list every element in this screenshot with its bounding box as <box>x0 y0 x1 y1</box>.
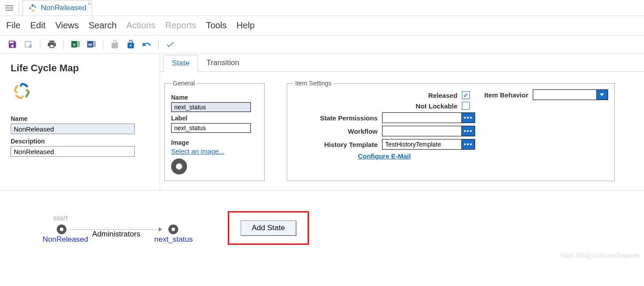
menu-actions[interactable]: Actions <box>126 20 156 31</box>
svg-text:X: X <box>73 43 76 47</box>
workflow-field[interactable] <box>382 126 462 136</box>
lock-open-icon[interactable] <box>125 39 137 50</box>
svg-text:W: W <box>88 43 92 47</box>
gen-image-label: Image <box>171 139 258 146</box>
general-fieldset: General Name Label Image Select an image… <box>164 80 265 181</box>
released-label: Released <box>428 92 457 99</box>
state-node-icon <box>171 158 187 174</box>
history-template-field[interactable] <box>382 139 462 150</box>
not-lockable-label: Not Lockable <box>416 102 457 110</box>
cycle-icon <box>28 4 37 12</box>
description-field[interactable] <box>11 146 135 157</box>
chevron-down-icon <box>596 90 608 100</box>
gen-name-field[interactable] <box>171 102 251 112</box>
menu-views[interactable]: Views <box>55 20 79 31</box>
sub-tabs: State Transition <box>160 54 644 72</box>
state-permissions-field[interactable] <box>382 112 462 123</box>
state-permissions-label: State Permissions <box>320 114 378 122</box>
menu-tools[interactable]: Tools <box>206 20 227 31</box>
state-node-nonreleased[interactable]: NonReleased <box>57 224 66 236</box>
form-area: General Name Label Image Select an image… <box>160 72 644 189</box>
print-icon[interactable] <box>46 39 58 50</box>
left-panel: Life Cycle Map Name Description <box>0 54 160 190</box>
workflow-label: Workflow <box>348 128 378 135</box>
document-tab[interactable]: NonReleased × <box>23 0 92 15</box>
node-label: next_status <box>154 235 193 244</box>
watermark: https://blog.csdn.net/hwytree <box>561 252 640 259</box>
tab-transition[interactable]: Transition <box>198 54 248 71</box>
state-node-next-status[interactable]: next_status <box>168 224 178 236</box>
toolbar: X W <box>0 35 644 54</box>
lifecycle-diagram: start NonReleased Administrators next_st… <box>0 191 644 262</box>
state-permissions-lookup-button[interactable]: ••• <box>462 112 475 123</box>
history-template-lookup-button[interactable]: ••• <box>462 139 475 150</box>
arrow-head-icon <box>159 227 162 232</box>
description-label: Description <box>11 138 149 145</box>
save-icon[interactable] <box>6 39 19 50</box>
delete-icon[interactable] <box>22 39 35 50</box>
menu-bar: File Edit Views Search Actions Reports T… <box>0 16 644 35</box>
main-area: Life Cycle Map Name Description State Tr… <box>0 54 644 191</box>
start-label: start <box>53 214 68 223</box>
general-legend: General <box>171 80 197 87</box>
tab-title: NonReleased <box>41 4 86 12</box>
add-state-button[interactable]: Add State <box>241 220 296 236</box>
gen-name-label: Name <box>171 94 258 101</box>
menu-hamburger-icon[interactable] <box>4 4 15 12</box>
svg-rect-10 <box>93 46 96 47</box>
menu-file[interactable]: File <box>6 20 20 31</box>
history-template-label: History Template <box>324 141 378 148</box>
menu-edit[interactable]: Edit <box>30 20 45 31</box>
excel-icon[interactable]: X <box>69 39 82 50</box>
word-icon[interactable]: W <box>85 39 98 50</box>
svg-rect-4 <box>77 43 80 45</box>
name-label: Name <box>11 115 149 122</box>
svg-rect-3 <box>77 42 80 43</box>
item-behavior-label: Item Behavior <box>484 91 528 99</box>
svg-rect-9 <box>93 43 96 45</box>
toolbar-divider <box>63 39 64 49</box>
toolbar-divider <box>158 39 159 49</box>
not-lockable-checkbox[interactable] <box>462 102 470 110</box>
gen-label-field[interactable] <box>171 123 251 133</box>
gen-label-label: Label <box>171 115 258 122</box>
tab-state[interactable]: State <box>164 55 198 72</box>
done-icon[interactable] <box>164 39 176 50</box>
svg-rect-5 <box>77 46 80 47</box>
undo-icon[interactable] <box>141 39 153 50</box>
item-settings-fieldset: Item Settings Released ✓ Not Lockable St… <box>287 80 615 181</box>
unlock-icon[interactable] <box>109 39 121 50</box>
lifecycle-icon <box>11 80 33 102</box>
select-image-link[interactable]: Select an image... <box>171 147 224 155</box>
configure-email-link[interactable]: Configure E-Mail <box>293 152 475 160</box>
menu-help[interactable]: Help <box>236 20 254 31</box>
toolbar-divider <box>40 39 40 49</box>
right-panel: State Transition General Name Label Imag… <box>160 54 644 190</box>
close-icon[interactable]: × <box>88 1 91 7</box>
released-checkbox[interactable]: ✓ <box>462 91 470 99</box>
page-title: Life Cycle Map <box>11 62 149 74</box>
name-field[interactable] <box>11 124 135 134</box>
menu-reports[interactable]: Reports <box>165 20 196 31</box>
item-settings-legend: Item Settings <box>293 80 333 87</box>
node-label: NonReleased <box>43 235 88 244</box>
transition-label: Administrators <box>92 230 141 239</box>
tab-bar: NonReleased × <box>0 0 644 16</box>
workflow-lookup-button[interactable]: ••• <box>462 126 475 136</box>
item-behavior-dropdown[interactable] <box>533 89 608 100</box>
add-state-highlight: Add State <box>228 211 309 245</box>
toolbar-divider <box>103 39 103 49</box>
divider <box>19 3 19 13</box>
menu-search[interactable]: Search <box>89 20 117 31</box>
svg-rect-8 <box>93 42 96 43</box>
